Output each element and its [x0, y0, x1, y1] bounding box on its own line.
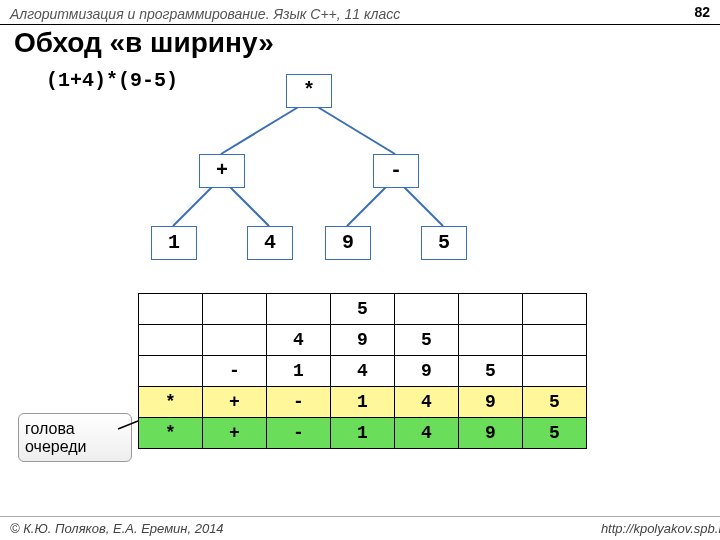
- cell: -: [267, 418, 331, 449]
- cell: 9: [459, 387, 523, 418]
- callout-queue-head: голова очереди: [18, 413, 132, 462]
- cell: 9: [331, 325, 395, 356]
- cell: *: [139, 387, 203, 418]
- tree-node-plus: +: [199, 154, 245, 188]
- queue-row-2: - 1 4 9 5: [139, 356, 587, 387]
- tree-leaf-4: 4: [247, 226, 293, 260]
- queue-row-1: 4 9 5: [139, 325, 587, 356]
- footer-copyright: © К.Ю. Поляков, Е.А. Еремин, 2014: [10, 521, 224, 536]
- cell: 5: [331, 294, 395, 325]
- cell: 4: [267, 325, 331, 356]
- cell: 1: [331, 387, 395, 418]
- svg-line-3: [229, 186, 269, 226]
- cell: +: [203, 387, 267, 418]
- svg-line-4: [347, 186, 387, 226]
- cell: 5: [523, 418, 587, 449]
- course-header: Алгоритмизация и программирование. Язык …: [0, 0, 720, 22]
- cell: 4: [331, 356, 395, 387]
- cell: -: [203, 356, 267, 387]
- cell: 9: [459, 418, 523, 449]
- svg-line-1: [316, 106, 395, 154]
- queue-row-3: * + - 1 4 9 5: [139, 387, 587, 418]
- queue-row-4: * + - 1 4 9 5: [139, 418, 587, 449]
- cell: 4: [395, 387, 459, 418]
- svg-line-5: [403, 186, 443, 226]
- queue-row-0: 5: [139, 294, 587, 325]
- svg-line-0: [221, 106, 300, 154]
- cell: 1: [267, 356, 331, 387]
- cell: 1: [331, 418, 395, 449]
- tree-node-root: *: [286, 74, 332, 108]
- expression-tree: * + - 1 4 9 5: [0, 68, 720, 268]
- page-number: 82: [694, 4, 710, 20]
- cell: -: [267, 387, 331, 418]
- svg-line-2: [173, 186, 213, 226]
- cell: 9: [395, 356, 459, 387]
- tree-leaf-9: 9: [325, 226, 371, 260]
- footer: © К.Ю. Поляков, Е.А. Еремин, 2014 http:/…: [0, 516, 720, 536]
- tree-leaf-1: 1: [151, 226, 197, 260]
- callout-arrow-icon: [116, 419, 146, 447]
- cell: 5: [459, 356, 523, 387]
- tree-node-minus: -: [373, 154, 419, 188]
- footer-link: http://kpolyakov.spb.ru: [601, 521, 720, 536]
- cell: 5: [523, 387, 587, 418]
- page-title: Обход «в ширину»: [0, 25, 720, 63]
- cell: +: [203, 418, 267, 449]
- svg-line-6: [118, 421, 138, 429]
- cell: 4: [395, 418, 459, 449]
- queue-table: 5 4 9 5 - 1 4 9 5 * + - 1 4 9 5 * + - 1 …: [138, 293, 587, 449]
- cell: 5: [395, 325, 459, 356]
- tree-leaf-5: 5: [421, 226, 467, 260]
- queue-table-wrap: 5 4 9 5 - 1 4 9 5 * + - 1 4 9 5 * + - 1 …: [138, 293, 587, 449]
- cell: *: [139, 418, 203, 449]
